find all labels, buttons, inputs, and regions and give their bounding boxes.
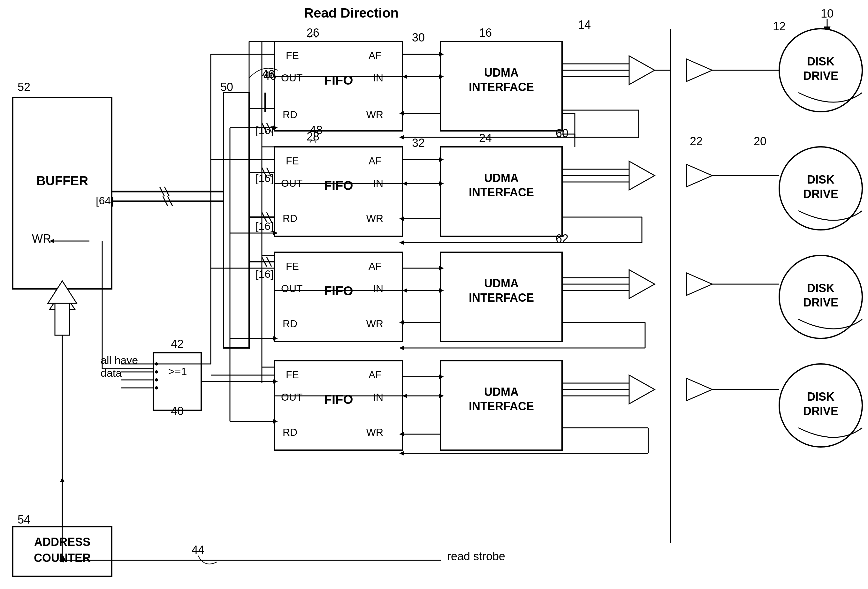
fifo1-rd: RD	[283, 109, 297, 120]
fifo1-af: AF	[369, 50, 382, 61]
ref-12: 12	[773, 20, 785, 33]
bus64-label: [64]	[96, 194, 114, 206]
svg-rect-0	[0, 0, 868, 589]
ref-50: 50	[220, 81, 233, 94]
udma3-label2: INTERFACE	[469, 291, 534, 304]
disk3-label2: DRIVE	[803, 296, 838, 309]
fifo1-label: FIFO	[324, 73, 353, 87]
fifo1-in: IN	[373, 72, 383, 84]
ref-14: 14	[578, 18, 591, 31]
orgate-box	[153, 353, 201, 410]
bus16d-label: [16]	[255, 268, 274, 280]
bus16a-label: [16]	[255, 124, 274, 136]
ref-22: 22	[690, 135, 703, 148]
disk2-label1: DISK	[807, 173, 834, 186]
ref-26: 26	[307, 26, 319, 39]
disk1-label1: DISK	[807, 55, 834, 68]
ref-48-label: 48	[310, 124, 323, 137]
disk1-label2: DRIVE	[803, 69, 838, 82]
udma4-label2: INTERFACE	[469, 400, 534, 413]
fifo2-fe: FE	[286, 155, 299, 166]
disk4-label1: DISK	[807, 390, 834, 403]
fifo4-rd: RD	[283, 427, 297, 438]
ref-52: 52	[18, 81, 30, 94]
fifo3-in: IN	[373, 283, 383, 294]
disk3-label1: DISK	[807, 281, 834, 294]
ref-40: 40	[171, 405, 184, 418]
read-strobe-label: read strobe	[447, 550, 505, 563]
svg-point-16	[155, 370, 158, 374]
ref-30: 30	[412, 31, 425, 44]
svg-rect-152	[55, 303, 69, 335]
udma1-label1: UDMA	[484, 66, 519, 79]
orgate-label: >=1	[168, 365, 187, 377]
ref-20: 20	[754, 135, 766, 148]
fifo1-out: OUT	[281, 72, 303, 84]
buffer-wr-label: WR	[32, 232, 51, 245]
fifo3-rd: RD	[283, 318, 297, 330]
ref-46-label: 46	[263, 69, 276, 82]
fifo2-wr: WR	[366, 213, 383, 224]
ref-60: 60	[556, 127, 568, 140]
udma2-label2: INTERFACE	[469, 186, 534, 199]
fifo4-label: FIFO	[324, 392, 353, 406]
ref-16: 16	[479, 26, 492, 39]
fifo4-fe: FE	[286, 369, 299, 380]
fifo3-fe: FE	[286, 261, 299, 272]
fifo4-wr: WR	[366, 427, 383, 438]
title: Read Direction	[304, 6, 399, 21]
fifo2-label: FIFO	[324, 178, 353, 193]
fifo4-out: OUT	[281, 392, 303, 403]
fifo1-fe: FE	[286, 50, 299, 61]
buffer-box	[13, 97, 112, 289]
ref-24: 24	[479, 131, 492, 144]
udma4-label1: UDMA	[484, 385, 519, 398]
ref-42: 42	[171, 337, 184, 350]
ref-44: 44	[192, 543, 204, 557]
fifo3-wr: WR	[366, 318, 383, 330]
svg-point-18	[155, 386, 158, 389]
udma2-label1: UDMA	[484, 171, 519, 184]
udma1-label2: INTERFACE	[469, 81, 534, 94]
ref-10: 10	[821, 7, 834, 20]
fifo2-rd: RD	[283, 213, 297, 224]
ref-54: 54	[18, 513, 30, 526]
fifo4-in: IN	[373, 392, 383, 403]
fifo3-out: OUT	[281, 283, 303, 294]
svg-point-17	[155, 378, 158, 381]
udma3-label1: UDMA	[484, 277, 519, 290]
ref-32: 32	[412, 136, 425, 149]
fifo3-af: AF	[369, 261, 382, 272]
mux-box	[224, 93, 249, 348]
buffer-label: BUFFER	[36, 174, 88, 188]
disk2-label2: DRIVE	[803, 187, 838, 200]
disk4-label2: DRIVE	[803, 405, 838, 418]
fifo1-wr: WR	[366, 109, 383, 120]
fifo4-af: AF	[369, 369, 382, 380]
fifo2-af: AF	[369, 155, 382, 166]
ref-62: 62	[556, 232, 568, 245]
